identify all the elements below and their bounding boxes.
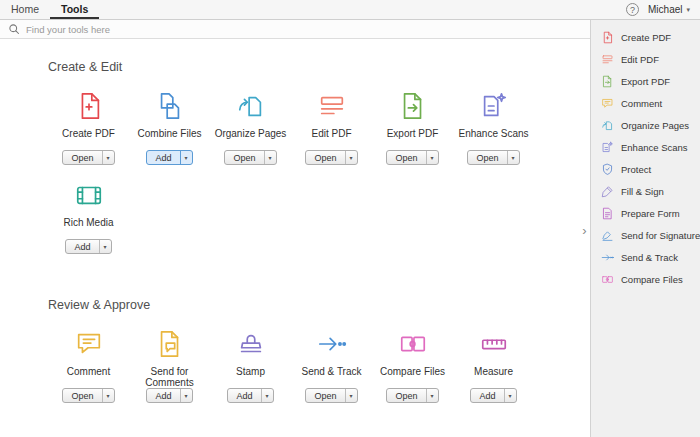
button-label: Open (306, 151, 344, 164)
add-button-rich-media[interactable]: Add▾ (65, 239, 111, 254)
combine-files-icon (155, 88, 185, 124)
tool-card-enhance-scans: Enhance ScansOpen▾ (453, 88, 534, 165)
button-label: Add (147, 389, 179, 402)
measure-icon (479, 326, 509, 362)
tab-tools[interactable]: Tools (50, 0, 99, 19)
dropdown-caret-icon[interactable]: ▾ (426, 151, 438, 164)
prepare-form-icon (601, 207, 614, 220)
sidebar-item-label: Prepare Form (621, 208, 680, 219)
main-tabs: Home Tools (0, 0, 99, 19)
sidebar-item-label: Protect (621, 164, 651, 175)
open-button-enhance-scans[interactable]: Open▾ (467, 150, 519, 165)
edit-pdf-icon (601, 53, 614, 66)
tool-label: Compare Files (378, 366, 447, 388)
sidebar-item-send-track[interactable]: Send & Track (591, 246, 700, 268)
add-button-measure[interactable]: Add▾ (470, 388, 516, 403)
search-input[interactable] (26, 24, 582, 35)
dropdown-caret-icon[interactable]: ▾ (180, 151, 192, 164)
sidebar-item-comment[interactable]: Comment (591, 92, 700, 114)
sidebar-item-protect[interactable]: Protect (591, 158, 700, 180)
tool-label: Organize Pages (213, 128, 289, 150)
tool-card-send-track: Send & TrackOpen▾ (291, 326, 372, 403)
tool-grid: CommentOpen▾Send for CommentsAdd▾StampAd… (48, 326, 548, 415)
dropdown-caret-icon[interactable]: ▾ (264, 151, 276, 164)
tool-label: Send for Comments (129, 366, 210, 388)
button-label: Open (63, 389, 101, 402)
sidebar-item-edit-pdf[interactable]: Edit PDF (591, 48, 700, 70)
sidebar-collapse-button[interactable]: › (579, 218, 590, 242)
tool-label: Comment (65, 366, 112, 388)
tool-card-combine-files: Combine FilesAdd▾ (129, 88, 210, 165)
comment-icon (601, 97, 614, 110)
sidebar-item-enhance-scans[interactable]: Enhance Scans (591, 136, 700, 158)
sidebar-item-label: Fill & Sign (621, 186, 664, 197)
button-label: Add (66, 240, 98, 253)
sidebar-item-label: Comment (621, 98, 662, 109)
tool-label: Measure (472, 366, 515, 388)
sidebar-item-export-pdf[interactable]: Export PDF (591, 70, 700, 92)
button-label: Add (228, 389, 260, 402)
dropdown-caret-icon[interactable]: ▾ (345, 389, 357, 402)
sidebar-item-create-pdf[interactable]: Create PDF (591, 26, 700, 48)
add-button-stamp[interactable]: Add▾ (227, 388, 273, 403)
dropdown-caret-icon[interactable]: ▾ (261, 389, 273, 402)
sidebar-item-prepare-form[interactable]: Prepare Form (591, 202, 700, 224)
enhance-scans-icon (479, 88, 509, 124)
help-icon[interactable]: ? (626, 3, 639, 16)
sidebar-item-label: Enhance Scans (621, 142, 688, 153)
open-button-send-track[interactable]: Open▾ (305, 388, 357, 403)
tools-sidebar: Create PDFEdit PDFExport PDFCommentOrgan… (590, 20, 700, 437)
open-button-create-pdf[interactable]: Open▾ (62, 150, 114, 165)
send-track-icon (317, 326, 347, 362)
stamp-icon (236, 326, 266, 362)
tool-card-organize-pages: Organize PagesOpen▾ (210, 88, 291, 165)
dropdown-caret-icon[interactable]: ▾ (102, 389, 114, 402)
dropdown-caret-icon[interactable]: ▾ (180, 389, 192, 402)
section-review-approve: Review & ApproveCommentOpen▾Send for Com… (48, 299, 590, 415)
add-button-send-for-comments[interactable]: Add▾ (146, 388, 192, 403)
sidebar-item-fill-sign[interactable]: Fill & Sign (591, 180, 700, 202)
dropdown-caret-icon[interactable]: ▾ (504, 389, 516, 402)
send-for-comments-icon (155, 326, 185, 362)
section-title: Create & Edit (48, 61, 590, 74)
window-body: Create & EditCreate PDFOpen▾Combine File… (0, 20, 700, 437)
main-column: Create & EditCreate PDFOpen▾Combine File… (0, 20, 590, 437)
tool-label: Create PDF (60, 128, 117, 150)
tool-card-measure: MeasureAdd▾ (453, 326, 534, 403)
open-button-organize-pages[interactable]: Open▾ (224, 150, 276, 165)
user-menu[interactable]: Michael ▾ (648, 4, 690, 15)
compare-files-icon (601, 273, 614, 286)
section-title: Review & Approve (48, 299, 590, 312)
section-create-edit: Create & EditCreate PDFOpen▾Combine File… (48, 61, 590, 266)
create-pdf-icon (601, 31, 614, 44)
sidebar-item-label: Organize Pages (621, 120, 689, 131)
dropdown-caret-icon[interactable]: ▾ (102, 151, 114, 164)
button-label: Open (387, 389, 425, 402)
open-button-comment[interactable]: Open▾ (62, 388, 114, 403)
dropdown-caret-icon[interactable]: ▾ (345, 151, 357, 164)
tool-card-export-pdf: Export PDFOpen▾ (372, 88, 453, 165)
sidebar-item-send-for-signature[interactable]: Send for Signature (591, 224, 700, 246)
enhance-scans-icon (601, 141, 614, 154)
tab-home[interactable]: Home (0, 0, 50, 19)
sidebar-item-organize-pages[interactable]: Organize Pages (591, 114, 700, 136)
tool-grid: Create PDFOpen▾Combine FilesAdd▾Organize… (48, 88, 548, 266)
tool-card-send-for-comments: Send for CommentsAdd▾ (129, 326, 210, 403)
button-label: Open (306, 389, 344, 402)
button-label: Open (387, 151, 425, 164)
add-button-combine-files[interactable]: Add▾ (146, 150, 192, 165)
tool-card-rich-media: Rich MediaAdd▾ (48, 177, 129, 254)
open-button-compare-files[interactable]: Open▾ (386, 388, 438, 403)
dropdown-caret-icon[interactable]: ▾ (426, 389, 438, 402)
button-label: Open (225, 151, 263, 164)
acrobat-tools-window: Home Tools ? Michael ▾ Create & EditCrea… (0, 0, 700, 437)
tools-main: Create & EditCreate PDFOpen▾Combine File… (0, 39, 590, 437)
tool-card-create-pdf: Create PDFOpen▾ (48, 88, 129, 165)
dropdown-caret-icon[interactable]: ▾ (507, 151, 519, 164)
open-button-export-pdf[interactable]: Open▾ (386, 150, 438, 165)
sidebar-item-compare-files[interactable]: Compare Files (591, 268, 700, 290)
protect-icon (601, 163, 614, 176)
open-button-edit-pdf[interactable]: Open▾ (305, 150, 357, 165)
comment-icon (74, 326, 104, 362)
dropdown-caret-icon[interactable]: ▾ (99, 240, 111, 253)
